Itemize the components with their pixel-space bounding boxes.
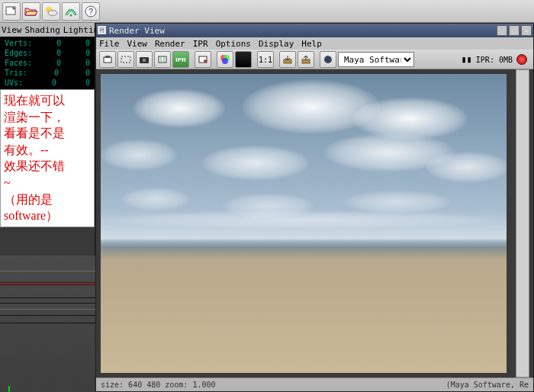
ipr-refresh-icon[interactable]: IPR [172,51,189,68]
open-scene-icon[interactable] [22,2,40,21]
maximize-button[interactable]: □ [509,25,520,36]
rendered-image [101,74,507,373]
titlebar[interactable]: 🅼 Render View _ □ ✕ [96,24,533,37]
render-statusbar: size: 640 480 zoom: 1.000 (Maya Software… [96,378,533,391]
window-title: Render View [106,26,495,36]
ipr-memory-label: IPR: 0MB [476,56,513,64]
window-icon: 🅼 [98,26,106,36]
stat-verts: Verts:00 [0,38,95,48]
status-renderer: (Maya Software, Re [446,381,529,389]
weather-icon[interactable] [42,2,60,21]
svg-point-13 [143,59,146,63]
minimize-button[interactable]: _ [497,25,507,36]
svg-text:?: ? [88,7,93,16]
menu-options[interactable]: Options [216,39,251,49]
menu-display[interactable]: Display [259,39,294,49]
radar-icon[interactable] [62,2,80,21]
alpha-channel-icon[interactable] [235,51,252,68]
menu-file[interactable]: File [99,39,120,49]
left-viewport[interactable] [0,255,95,392]
close-button[interactable]: ✕ [521,25,532,36]
ipr-tuning-icon[interactable] [320,51,336,68]
pause-icon[interactable]: ▮▮ [461,54,471,65]
renderer-dropdown[interactable]: Maya Software [338,52,414,67]
left-panel: View Shading Lighting Verts:00 Edges:00 … [0,23,95,392]
stat-faces: Faces:00 [0,58,95,68]
keep-image-icon[interactable] [279,51,296,68]
ipr-render-icon[interactable] [154,51,171,68]
real-size-icon[interactable]: 1:1 [257,51,274,68]
svg-rect-11 [121,56,130,63]
menu-view[interactable]: View [127,39,148,49]
viewport-menu: View Shading Lighting [0,23,95,37]
render-view-toolbar: IPR 1:1 Maya Software ▮▮ IPR: 0MB [96,50,533,69]
render-image-area[interactable] [96,69,533,378]
axis-gizmo [5,381,32,392]
svg-point-16 [204,59,207,63]
menu-view[interactable]: View [2,25,22,35]
poly-stats: Verts:00 Edges:00 Faces:00 Tris:00 UVs:0… [0,37,95,89]
svg-point-19 [222,58,228,64]
svg-point-2 [48,10,57,15]
user-annotation: 现在就可以 渲染一下， 看看是不是 有效。-- 效果还不错 ~ （用的是 sof… [0,89,95,227]
redo-render-icon[interactable] [99,51,116,68]
render-view-window: 🅼 Render View _ □ ✕ File View Render IPR… [95,23,534,392]
vertical-scrollbar[interactable] [516,69,529,378]
new-scene-icon[interactable] [2,2,21,21]
render-globals-icon[interactable] [195,51,211,68]
remove-image-icon[interactable] [298,51,314,68]
ipr-indicator-icon [516,54,527,65]
stat-uvs: UVs:00 [0,78,95,88]
stat-tris: Tris:00 [0,68,95,78]
render-view-menubar: File View Render IPR Options Display Hel… [96,37,533,50]
svg-rect-9 [104,57,111,63]
svg-rect-14 [159,56,166,63]
stat-edges: Edges:00 [0,48,95,58]
svg-point-3 [70,14,72,16]
rgb-channels-icon[interactable] [217,51,233,68]
help-icon[interactable]: ? [82,2,100,21]
viewport-grid [0,255,95,392]
app-main-toolbar: ? [0,0,534,23]
menu-ipr[interactable]: IPR [193,39,208,49]
snapshot-icon[interactable] [136,51,153,68]
menu-render[interactable]: Render [155,39,185,49]
menu-shading[interactable]: Shading [25,25,60,35]
svg-rect-10 [105,56,110,58]
status-size: size: 640 480 zoom: 1.000 [101,381,216,389]
render-region-icon[interactable] [117,51,134,68]
menu-help[interactable]: Help [301,39,322,49]
ipr-status: ▮▮ IPR: 0MB [461,54,530,65]
